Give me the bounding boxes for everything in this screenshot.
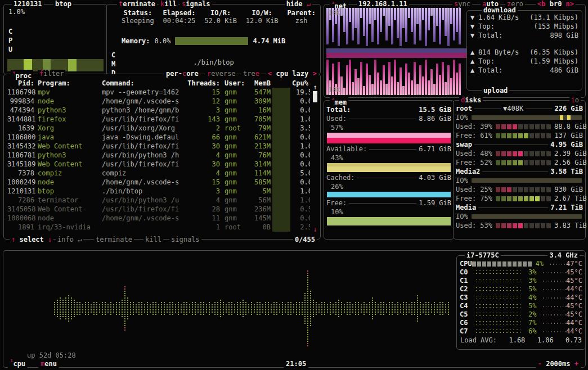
scrollbar-thumb[interactable] [313, 91, 317, 102]
process-row[interactable]: 7286terminator/usr/bin/python3 /u4gnm56M… [7, 196, 310, 205]
process-cell: gnm [220, 178, 246, 187]
stat-io-write: IO/W:12.0 KiB [246, 9, 279, 25]
process-cell: 16M [246, 106, 271, 115]
interface-selector[interactable]: <b br0 n> [536, 0, 576, 8]
net-bar [433, 8, 436, 42]
sync-toggle[interactable]: sync [452, 0, 472, 8]
disk-size: 226 GiB [554, 104, 583, 113]
disks-tab[interactable]: disks [459, 96, 483, 104]
process-row[interactable]: 1639Xorg/usr/lib/xorg/Xorg2root79M3.5 [7, 124, 310, 133]
process-row[interactable]: 1000068node/home/gnm/.vscode-s11gnm145M0… [7, 214, 310, 223]
core-temp: 45°C [566, 310, 582, 319]
mem-graph-cached [327, 192, 451, 197]
mem-tab[interactable]: ²mem [330, 96, 348, 106]
tree-toggle[interactable]: tree [241, 70, 261, 78]
info-button[interactable]: info ↵ [56, 236, 83, 243]
net-stat-label: Total: [478, 66, 502, 75]
process-cell: 547M [246, 88, 271, 97]
net-bar [459, 8, 461, 44]
process-row[interactable]: 3145432Web Content/usr/lib/firefox/fi30g… [7, 142, 310, 151]
cpu-cores-box: i7-5775C 3.4 GHz CPU4%47°CC03%45°CC13%45… [456, 255, 586, 350]
select-control[interactable]: ↑ select ↓ [10, 236, 53, 243]
terminate-button[interactable]: terminate [117, 0, 157, 8]
process-row[interactable]: 1891irq/33-nvidia1root0B2.5 [7, 223, 310, 232]
core-temp-graph [542, 305, 566, 308]
net-bar [366, 64, 368, 95]
scroll-down-icon[interactable]: ↓ [312, 225, 318, 233]
net-bar [383, 65, 385, 95]
free-value: 137 GiB [554, 131, 583, 140]
net-bar [414, 8, 416, 44]
used-label: Used: 53% [456, 221, 492, 230]
process-cell: java [38, 133, 102, 142]
net-bar [439, 8, 441, 44]
process-row[interactable]: 1186800javajava -Dswing.defaul66gnm621M0… [7, 133, 310, 142]
upload-arrow-icon: ▲ [470, 48, 478, 57]
process-cell: /usr/bin/python3 /h [102, 151, 202, 160]
mem-percent: 26% [326, 182, 343, 191]
process-cell: 12 [202, 97, 220, 106]
signals-footer-button[interactable]: signals [169, 236, 201, 243]
process-row[interactable]: 7378compizcompiz4gnm114M5.0 [7, 169, 310, 178]
process-cell: 3145058 [7, 205, 38, 214]
mem-percent: 43% [326, 154, 343, 163]
process-row[interactable]: 3145058Web Content/usr/lib/firefox/fi28g… [7, 205, 310, 214]
net-stat-row: ▼Top:(153 Mibps) [470, 22, 578, 31]
filter-button[interactable]: filter [38, 70, 65, 78]
net-bar [363, 8, 365, 36]
process-stats: Status:Sleeping Elapsed:00:04:25 IO/R:52… [122, 9, 316, 25]
core-temp: 44°C [566, 294, 582, 302]
proc-table-header[interactable]: Pid: Program: Command: Threads: User: Me… [7, 79, 310, 88]
net-bar [445, 82, 447, 95]
process-row[interactable]: 474394python3python3 /home/gnm/b3gnm16M0… [7, 106, 310, 115]
disk-io-row: IO% [454, 212, 585, 221]
menu-button[interactable]: menu [38, 360, 59, 368]
process-row[interactable]: 1186781python3/usr/bin/python3 /h4gnm76M… [7, 151, 310, 160]
process-cell: 0.0 [292, 178, 310, 187]
proc-scrollbar[interactable]: ↑ ↓ [312, 84, 318, 232]
kill-footer-button[interactable]: kill [143, 236, 163, 243]
kill-button[interactable]: kill [159, 0, 178, 8]
process-cell: 15 [202, 88, 220, 97]
update-interval-control[interactable]: - 2000ms + [536, 360, 581, 368]
net-bar [459, 64, 461, 95]
io-mode-toggle[interactable]: io [569, 96, 581, 104]
process-cell: 0.0 [292, 151, 310, 160]
process-row[interactable]: 1000249node/home/gnm/.vscode-s15gnm585M0… [7, 178, 310, 187]
stat-io-read: IO/R:52.0 KiB [204, 9, 237, 25]
reverse-toggle[interactable]: reverse [205, 70, 237, 78]
process-cell: 0B [246, 223, 271, 232]
signals-button[interactable]: signals [180, 0, 212, 8]
net-bar [343, 8, 345, 32]
process-row[interactable]: 999834node/home/gnm/.vscode-s12gnm309M0.… [7, 97, 310, 106]
disk-size: 4.95 GiB [550, 140, 583, 149]
process-row[interactable]: 1186798mpvmpv --geometry=146215gnm547M19… [7, 88, 310, 97]
cpu-footer-tab[interactable]: ¹cpu [8, 358, 28, 368]
process-cell: 4 [202, 151, 220, 160]
core-name: C6 [460, 319, 475, 327]
load-average-row: Load AVG: 1.68 1.06 0.73 [457, 336, 585, 345]
upload-rows: ▲814 Byte/s(6.35 Kibps)▲Top:(1.59 Mibps)… [470, 48, 578, 75]
scroll-up-icon[interactable]: ↑ [312, 83, 318, 91]
detail-cpu-percent: 1.0% [8, 8, 25, 16]
process-cpu-mini-graph [272, 196, 290, 205]
mem-percent: 57% [326, 123, 343, 132]
process-row[interactable]: 1210131btop./bin/btop3gnm5M1.0 [7, 187, 310, 196]
per-core-toggle[interactable]: per-core [164, 70, 200, 78]
hide-button[interactable]: hide ↵ [285, 0, 312, 8]
mem-entry-row: Cached:4.03 GiB [324, 173, 454, 182]
disk-used-row: Used: 53%3.83 TiB [454, 221, 585, 230]
sort-selector[interactable]: < cpu lazy > [266, 70, 318, 78]
process-row[interactable]: 3144881firefox/usr/lib/firefox/fi143gnm7… [7, 115, 310, 124]
core-temp-graph [542, 296, 566, 300]
stat-status: Status:Sleeping [122, 9, 154, 25]
core-name: C0 [460, 268, 475, 277]
process-row[interactable]: 3145189Web Content/usr/lib/firefox/fi30g… [7, 160, 310, 169]
upload-graph-top [326, 53, 468, 58]
net-bar [340, 76, 343, 95]
process-cell: /usr/bin/python3 /u [102, 196, 202, 205]
io-meter [472, 115, 582, 120]
terminate-footer-button[interactable]: terminate [94, 236, 134, 243]
disk-meter [496, 196, 551, 201]
used-label: Used: 39% [456, 122, 492, 131]
